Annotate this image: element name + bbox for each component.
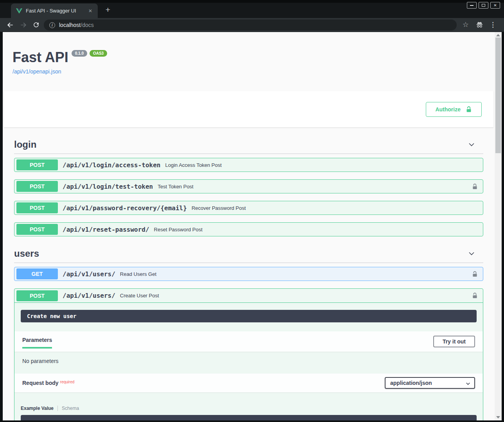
swagger-page: Fast API0.1.0OAS3 /api/v1/openapi.json A…	[3, 32, 502, 420]
method-badge: GET	[16, 268, 58, 279]
version-badge: 0.1.0	[72, 50, 87, 57]
new-tab-button[interactable]: +	[102, 5, 113, 14]
method-badge: POST	[16, 290, 58, 301]
endpoint-summary: Login Access Token Post	[165, 162, 221, 168]
unlocked-padlock-icon	[465, 106, 472, 113]
api-info: Fast API0.1.0OAS3 /api/v1/openapi.json	[3, 32, 495, 75]
endpoint-row[interactable]: POST /api/v1/users/ Create User Post	[14, 289, 483, 303]
scrollbar-thumb[interactable]	[495, 38, 501, 153]
authorize-button[interactable]: Authorize	[426, 102, 482, 117]
section-title: users	[14, 248, 39, 259]
media-type-select[interactable]: application/json	[385, 377, 475, 389]
media-type-value: application/json	[390, 380, 432, 386]
endpoint-row[interactable]: POST /api/v1/login/access-token Login Ac…	[14, 158, 483, 172]
request-body-label: Request bodyrequired	[22, 380, 74, 386]
section-header-login[interactable]: login	[14, 137, 483, 154]
section-title: login	[14, 139, 36, 150]
page-scrollbar[interactable]	[495, 32, 502, 420]
chevron-down-icon	[465, 381, 471, 386]
endpoint-row[interactable]: POST /api/v1/login/test-token Test Token…	[14, 179, 483, 193]
openapi-spec-link[interactable]: /api/v1/openapi.json	[13, 68, 485, 75]
tab-example-value[interactable]: Example Value	[21, 406, 57, 411]
method-badge: POST	[16, 202, 58, 213]
endpoint-summary: Create User Post	[120, 293, 159, 299]
endpoint-path: /api/v1/password-recovery/{email}	[63, 204, 187, 212]
window-minimize-button[interactable]	[467, 2, 477, 9]
chevron-down-icon[interactable]	[468, 250, 475, 257]
example-area: Example Value Schema {	[14, 392, 483, 420]
page-info-icon[interactable]: i	[49, 22, 55, 28]
back-button[interactable]	[6, 21, 14, 29]
incognito-icon	[475, 21, 484, 29]
scroll-down-icon[interactable]	[496, 416, 500, 418]
forward-button[interactable]	[20, 21, 27, 29]
browser-menu-icon[interactable]: ⋮	[490, 21, 496, 29]
url-path: /docs	[81, 22, 93, 28]
maximize-icon	[482, 4, 485, 7]
bookmark-star-icon[interactable]: ☆	[463, 21, 469, 29]
method-badge: POST	[16, 224, 58, 235]
endpoint-expanded: POST /api/v1/users/ Create User Post Cre…	[14, 288, 483, 420]
browser-tab[interactable]: Fast API - Swagger UI ✕	[11, 4, 98, 18]
browser-tab-strip: Fast API - Swagger UI ✕ + ✕	[0, 0, 504, 18]
window-close-button[interactable]: ✕	[490, 2, 500, 9]
endpoint-row[interactable]: POST /api/v1/reset-password/ Reset Passw…	[14, 222, 483, 236]
page-title: Fast API	[13, 49, 68, 66]
window-maximize-button[interactable]	[479, 2, 488, 9]
chevron-down-icon[interactable]	[468, 141, 475, 148]
endpoint-summary: Test Token Post	[158, 184, 194, 190]
parameters-header: Parameters Try it out	[14, 331, 483, 352]
request-body-header: Request bodyrequired application/json	[14, 374, 483, 392]
required-label: required	[60, 380, 75, 384]
authorize-label: Authorize	[435, 106, 461, 113]
no-parameters-text: No parameters	[14, 352, 483, 374]
endpoint-path: /api/v1/users/	[63, 292, 115, 299]
example-code-block: {	[21, 415, 477, 420]
endpoint-row[interactable]: GET /api/v1/users/ Read Users Get	[14, 267, 483, 281]
tab-parameters[interactable]: Parameters	[22, 334, 52, 349]
endpoint-row[interactable]: POST /api/v1/password-recovery/{email} R…	[14, 201, 483, 215]
endpoint-path: /api/v1/users/	[63, 270, 115, 278]
url-host: localhost	[59, 22, 81, 28]
tab-title: Fast API - Swagger UI	[26, 8, 83, 14]
minimize-icon	[470, 5, 474, 6]
endpoint-path: /api/v1/login/access-token	[63, 161, 160, 169]
endpoint-path: /api/v1/reset-password/	[63, 226, 149, 233]
endpoint-summary: Recover Password Post	[192, 205, 246, 211]
endpoint-summary: Read Users Get	[120, 271, 156, 277]
window-top-edge	[0, 0, 504, 3]
vue-favicon-icon	[16, 8, 22, 14]
reload-button[interactable]	[32, 21, 40, 29]
tab-close-icon[interactable]: ✕	[87, 7, 94, 14]
unlocked-padlock-icon[interactable]	[472, 270, 478, 278]
endpoint-summary: Reset Password Post	[154, 227, 203, 232]
oas-badge: OAS3	[90, 50, 107, 57]
unlocked-padlock-icon[interactable]	[472, 183, 478, 190]
method-badge: POST	[16, 159, 58, 170]
scroll-up-icon[interactable]	[496, 34, 500, 36]
try-it-out-button[interactable]: Try it out	[433, 336, 475, 347]
unlocked-padlock-icon[interactable]	[472, 292, 478, 299]
section-header-users[interactable]: users	[14, 246, 483, 263]
endpoint-path: /api/v1/login/test-token	[63, 183, 153, 190]
browser-toolbar: i localhost/docs ☆ ⋮	[0, 18, 504, 32]
tab-schema[interactable]: Schema	[57, 406, 79, 411]
address-bar[interactable]: i localhost/docs	[44, 20, 457, 30]
method-badge: POST	[16, 181, 58, 192]
scheme-container: Authorize	[4, 91, 493, 127]
operation-description: Create new user	[21, 310, 477, 322]
